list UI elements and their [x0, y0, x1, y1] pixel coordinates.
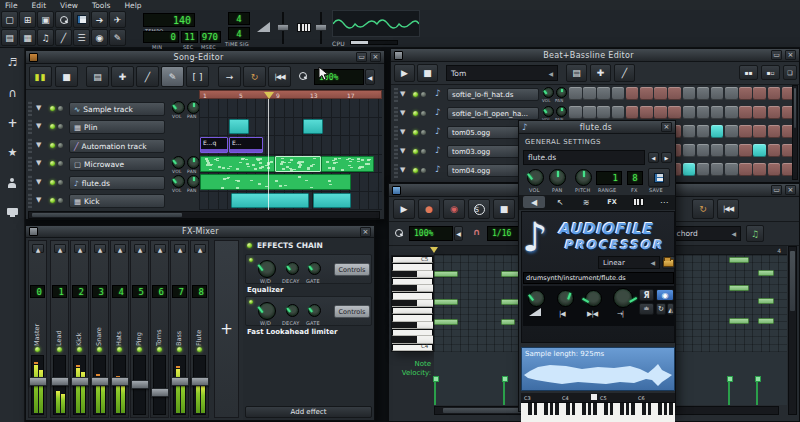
track-mute-led[interactable] [413, 130, 418, 135]
wet-dry-knob[interactable] [258, 302, 276, 320]
track-solo-led[interactable] [421, 130, 426, 135]
piano-roll-note[interactable] [434, 299, 458, 305]
track-mute-led[interactable] [50, 161, 55, 166]
new-from-template-button[interactable]: ⊞ [19, 11, 36, 28]
effect-slot[interactable]: W/D DECAY GATE Controls [245, 254, 372, 284]
controls-button[interactable]: Controls [334, 263, 370, 276]
track-grip[interactable] [394, 88, 398, 102]
afp-black-key[interactable] [631, 403, 635, 415]
track-grip[interactable] [394, 164, 398, 178]
bb-step-cell[interactable] [569, 87, 582, 100]
bb-track-name-button[interactable]: softie_lo-fi_open_ha... [447, 107, 539, 120]
piano-key-white[interactable] [392, 292, 433, 299]
track-solo-led[interactable] [58, 143, 63, 148]
track-mute-led[interactable] [50, 143, 55, 148]
piano-key-black[interactable] [392, 285, 433, 292]
steps-layout-button-2[interactable]: ▪▫ [761, 65, 780, 80]
afp-black-key[interactable] [669, 403, 673, 415]
afp-black-key[interactable] [572, 403, 576, 415]
bb-step-cell[interactable] [753, 106, 766, 119]
track-collapse-arrow[interactable]: ▼ [400, 147, 405, 155]
channel-send-button[interactable]: ▲ [174, 244, 186, 253]
mixer-channel-toms[interactable]: ▲6Toms [150, 240, 169, 418]
record-button[interactable]: ● [418, 199, 440, 219]
channel-fader[interactable] [31, 355, 44, 415]
track-name-button[interactable]: ▦Kick [69, 194, 165, 208]
bb-step-cell[interactable] [753, 87, 766, 100]
bb-step-cell[interactable] [683, 144, 696, 157]
piano-roll-vscrollbar[interactable] [788, 246, 797, 415]
fx-mixer-toggle[interactable]: ☰ [73, 29, 90, 46]
afp-black-key[interactable] [626, 403, 630, 415]
tab-plugin[interactable]: ◀ [523, 196, 545, 208]
track-mute-led[interactable] [413, 168, 418, 173]
piano-roll-note[interactable] [501, 319, 515, 325]
tab-func[interactable]: ≋ [575, 196, 597, 208]
next-instrument-button[interactable]: ▶ [661, 152, 672, 163]
channel-led[interactable] [97, 347, 102, 352]
playhead-marker[interactable] [264, 92, 274, 99]
channel-led[interactable] [77, 347, 82, 352]
channel-send-button[interactable]: ▲ [54, 244, 66, 253]
track-grip[interactable] [28, 101, 32, 116]
mixer-channel-master[interactable]: ▲0Master [28, 240, 47, 418]
menu-tools[interactable]: Tools [92, 1, 110, 10]
effect-enable-led[interactable] [249, 258, 253, 262]
track-name-button[interactable]: ♪flute.ds [69, 176, 165, 190]
track-lane[interactable] [199, 118, 382, 137]
piano-key-white[interactable] [392, 278, 433, 285]
new-channel-button[interactable]: + [214, 240, 239, 418]
chord-button[interactable]: ♫ [746, 225, 764, 242]
sidebar-item-samples[interactable]: ∩ [4, 86, 21, 102]
track-collapse-arrow[interactable]: ▼ [400, 128, 405, 136]
track-volume-knob[interactable] [172, 175, 185, 188]
channel-name-label[interactable]: Hats [115, 301, 123, 346]
bb-step-cell[interactable] [640, 87, 653, 100]
clone-pattern-button[interactable]: ✚ [590, 64, 611, 82]
interp-button[interactable]: ◭ [667, 303, 674, 315]
pause-button[interactable]: ▮▮ [29, 66, 52, 87]
save-preset-button[interactable] [648, 168, 670, 187]
piano-key-white[interactable] [392, 263, 433, 270]
zoom-spin-button[interactable]: ◀ [454, 226, 463, 241]
afp-black-key[interactable] [534, 403, 538, 415]
afp-black-key[interactable] [604, 403, 608, 415]
bb-step-cell[interactable] [768, 163, 781, 176]
track-collapse-arrow[interactable]: ▼ [400, 90, 405, 98]
pattern-segment[interactable] [200, 156, 275, 172]
channel-fader[interactable] [173, 355, 186, 415]
sidebar-item-presets[interactable]: + [4, 116, 21, 132]
bb-step-cell[interactable] [640, 106, 653, 119]
piano-key-black[interactable] [392, 300, 433, 307]
effect-slot[interactable]: W/D DECAY GATE Controls [245, 296, 372, 326]
record-while-playing-button[interactable]: ◉ [443, 199, 465, 219]
instrument-pan-knob[interactable] [549, 169, 566, 186]
open-project-button[interactable]: ▣ [37, 11, 54, 28]
track-mute-led[interactable] [50, 180, 55, 185]
prev-instrument-button[interactable]: ◀ [648, 152, 659, 163]
bb-step-cell[interactable] [683, 163, 696, 176]
sidebar-item-instruments[interactable]: ♬ [4, 56, 21, 72]
gate-knob[interactable] [308, 304, 321, 317]
instrument-volume-knob[interactable] [527, 169, 544, 186]
bb-editor-vscrollbar[interactable] [792, 85, 798, 180]
track-solo-led[interactable] [58, 161, 63, 166]
velocity-bar[interactable] [434, 380, 436, 405]
bb-step-cell[interactable] [626, 87, 639, 100]
bb-step-cell[interactable] [711, 144, 724, 157]
track-name-button[interactable]: ∿Sample track [69, 102, 165, 116]
mixer-channel-ping[interactable]: ▲5Ping [130, 240, 149, 418]
afp-black-key[interactable] [582, 403, 586, 415]
fader-handle[interactable] [29, 377, 47, 386]
sidebar-item-favorites[interactable]: ★ [4, 146, 21, 162]
next-mode-button[interactable]: → [218, 66, 241, 87]
stop-button[interactable]: ■ [417, 64, 438, 82]
song-editor-hscrollbar[interactable] [28, 211, 380, 219]
controller-rack-toggle[interactable]: ◉ [91, 29, 108, 46]
channel-fader[interactable] [73, 355, 86, 415]
play-button[interactable]: ▶ [394, 64, 415, 82]
fx-mixer-titlebar[interactable]: FX-Mixer × [26, 226, 374, 238]
channel-led[interactable] [157, 347, 162, 352]
bb-step-cell[interactable] [583, 87, 596, 100]
afp-black-key[interactable] [593, 403, 597, 415]
